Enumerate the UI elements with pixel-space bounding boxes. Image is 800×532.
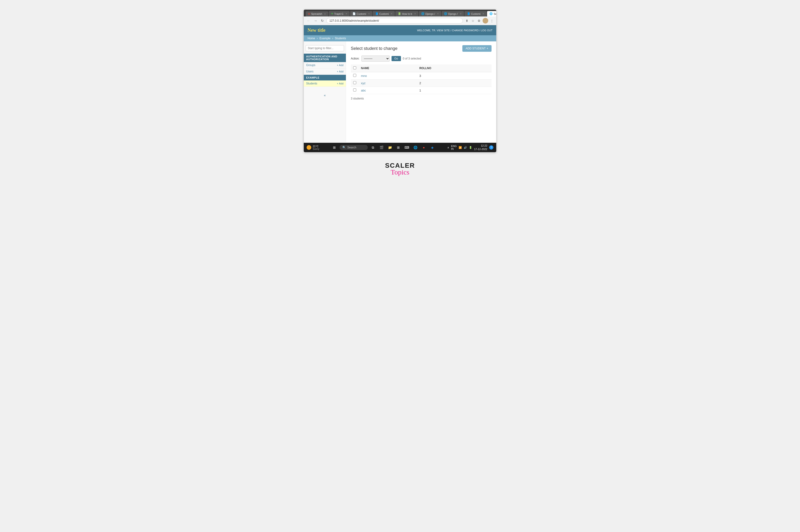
admin-header: New title WELCOME, TR. VIEW SITE / CHANG…	[304, 25, 496, 35]
row-name-cell: xyz	[358, 79, 417, 87]
result-count: 3 students	[351, 97, 491, 100]
video-button[interactable]: 🎬	[378, 144, 385, 151]
name-column-header[interactable]: NAME	[358, 64, 417, 72]
bookmark-icon[interactable]: ☆	[470, 18, 476, 23]
weather-info: 21°C Sunny	[313, 145, 319, 150]
row-checkbox-cell	[351, 79, 358, 87]
back-button[interactable]: ←	[306, 18, 311, 23]
sidebar-item-groups: Groups + Add	[304, 62, 346, 69]
vscode-button[interactable]: ◈	[429, 144, 435, 151]
files-button[interactable]: 📁	[387, 144, 393, 151]
row-rollno-cell: 3	[417, 72, 491, 79]
browser-tab-tab1[interactable]: MSpreadsh✕	[306, 11, 328, 17]
table-row: xyz 2	[351, 79, 491, 87]
system-tray: ∧	[447, 146, 449, 149]
extensions-icon[interactable]: ⚙	[477, 18, 482, 23]
forward-button[interactable]: →	[313, 18, 318, 23]
table-row: abc 1	[351, 87, 491, 94]
rollno-column-header[interactable]: ROLLNO	[417, 64, 491, 72]
profile-icon[interactable]	[483, 18, 488, 23]
reload-button[interactable]: ↻	[320, 18, 325, 23]
scaler-logo: SCALER Topics	[0, 162, 800, 176]
breadcrumb-example[interactable]: Example	[319, 37, 331, 40]
taskbar-center: ⊞ 🔍 Search ⧉ 🎬 📁 ⊞ ⌨ 🌐 ● ◈	[322, 144, 445, 151]
terminal-button[interactable]: ⌨	[404, 144, 410, 151]
admin-user-info: WELCOME, TR. VIEW SITE / CHANGE PASSWORD…	[417, 29, 492, 32]
browser-tab-tab2[interactable]: ✚Trapti G✕	[329, 11, 349, 17]
browser-button[interactable]: 🌐	[412, 144, 418, 151]
sidebar-link-users[interactable]: Users	[306, 70, 313, 73]
welcome-text: WELCOME,	[417, 29, 431, 32]
apps-button[interactable]: ⊞	[395, 144, 402, 151]
row-checkbox-1[interactable]	[353, 81, 356, 84]
breadcrumb-home[interactable]: Home	[308, 37, 315, 40]
sidebar-add-students[interactable]: + Add	[337, 82, 343, 85]
logout-link[interactable]: LOG OUT	[481, 29, 492, 32]
row-name-link[interactable]: mno	[361, 74, 367, 78]
row-rollno-cell: 2	[417, 79, 491, 87]
table-row: mno 3	[351, 72, 491, 79]
row-checkbox-2[interactable]	[353, 89, 356, 92]
table-header-row: NAME ROLLNO	[351, 64, 491, 72]
breadcrumb-sep2: ›	[332, 37, 333, 40]
row-name-link[interactable]: abc	[361, 89, 366, 92]
username-text: TR.	[432, 29, 436, 32]
action-select[interactable]: ---------	[361, 56, 390, 62]
chrome-button[interactable]: ●	[421, 144, 427, 151]
browser-tab-tab3[interactable]: 📄Customi✕	[350, 11, 372, 17]
browser-tab-bar: MSpreadsh✕✚Trapti G✕📄Customi✕📘Customi✕📗H…	[304, 10, 496, 17]
select-all-checkbox[interactable]	[353, 66, 356, 69]
scaler-subtitle: Topics	[0, 168, 800, 176]
select-all-header	[351, 64, 358, 72]
menu-icon[interactable]: ⋮	[489, 18, 494, 23]
search-icon: 🔍	[342, 146, 346, 149]
row-name-link[interactable]: xyz	[361, 81, 366, 85]
add-student-button[interactable]: ADD STUDENT +	[462, 45, 491, 52]
volume-icon: 🔊	[464, 146, 467, 149]
address-text: 127.0.0.1:8000/admin/example/student/	[330, 19, 379, 22]
row-name-cell: mno	[358, 72, 417, 79]
go-button[interactable]: Go	[392, 56, 401, 61]
time-display: 12:22	[474, 144, 487, 148]
taskbar-time: 12:22 17-12-2022	[474, 144, 487, 151]
weather-icon	[306, 145, 311, 150]
change-password-link[interactable]: CHANGE PASSWORD	[452, 29, 479, 32]
browser-tab-tab4[interactable]: 📘Customi✕	[373, 11, 395, 17]
breadcrumb-sep1: ›	[317, 37, 318, 40]
admin-sidebar: AUTHENTICATION AND AUTHORIZATION Groups …	[304, 41, 346, 142]
action-label: Action:	[351, 57, 359, 60]
admin-main: Select student to change ADD STUDENT + A…	[346, 41, 496, 142]
row-name-cell: abc	[358, 87, 417, 94]
sidebar-add-groups[interactable]: + Add	[337, 64, 343, 66]
sidebar-add-users[interactable]: + Add	[337, 70, 343, 73]
windows-button[interactable]: ⊞	[331, 144, 338, 151]
browser-tab-tab6[interactable]: 🌐Django /✕	[419, 11, 441, 17]
row-checkbox-0[interactable]	[353, 74, 356, 77]
sidebar-link-students[interactable]: Students	[306, 82, 317, 85]
selected-count: 0 of 3 selected	[403, 57, 421, 60]
admin-site-title: New title	[308, 27, 325, 33]
sidebar-item-users: Users + Add	[304, 69, 346, 75]
action-bar: Action: --------- Go 0 of 3 selected	[351, 56, 491, 62]
view-site-link[interactable]: VIEW SITE	[437, 29, 450, 32]
sidebar-filter-input[interactable]	[306, 45, 344, 51]
help-icon[interactable]: ?	[489, 145, 494, 150]
sidebar-collapse-button[interactable]: «	[304, 92, 346, 99]
browser-tab-tab5[interactable]: 📗How to b✕	[395, 11, 418, 17]
browser-window: MSpreadsh✕✚Trapti G✕📄Customi✕📘Customi✕📗H…	[303, 10, 497, 152]
taskbar-search-bar[interactable]: 🔍 Search	[339, 145, 368, 150]
sidebar-link-groups[interactable]: Groups	[306, 63, 315, 67]
browser-tab-tab9[interactable]: 🌐Select st✕	[487, 11, 497, 17]
weather-temp: 21°C	[313, 145, 319, 148]
breadcrumb: Home › Example › Students	[304, 35, 496, 41]
cast-icon[interactable]: ⬆	[464, 18, 469, 23]
task-view-button[interactable]: ⧉	[370, 144, 376, 151]
browser-tab-tab8[interactable]: 📘Customi✕	[464, 11, 487, 17]
page-title: Select student to change	[351, 46, 397, 51]
language-indicator: ENG IN	[451, 145, 457, 150]
browser-action-icons: ⬆ ☆ ⚙ ⋮	[464, 18, 494, 23]
address-bar[interactable]: 127.0.0.1:8000/admin/example/student/	[327, 18, 463, 23]
taskbar-search-label: Search	[347, 146, 356, 149]
battery-icon: 🔋	[469, 146, 472, 149]
browser-tab-tab7[interactable]: 🌐Django /✕	[442, 11, 464, 17]
